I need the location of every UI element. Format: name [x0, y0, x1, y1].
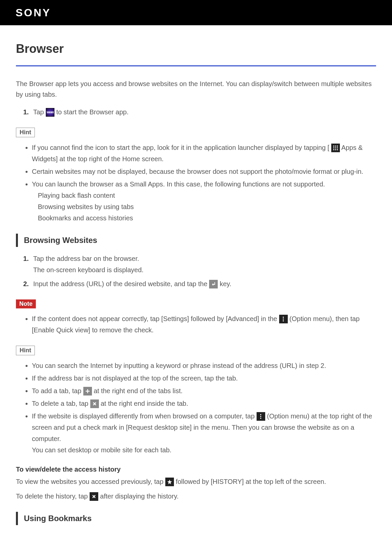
- svg-rect-2: [337, 146, 338, 147]
- history-p1: To view the websites you accessed previo…: [16, 476, 376, 487]
- line: The on-screen keyboard is displayed.: [33, 264, 376, 276]
- text: To delete the history, tap: [16, 493, 90, 500]
- sub: Browsing websites by using tabs: [32, 201, 376, 212]
- hint2-item: To add a tab, tap at the right end of th…: [32, 385, 376, 396]
- plus-icon: [83, 387, 92, 395]
- sony-logo: SONY: [16, 7, 51, 19]
- main-content: Browser The Browser app lets you access …: [0, 25, 392, 544]
- step-number: 1.: [23, 253, 33, 276]
- svg-rect-6: [333, 149, 334, 150]
- hint2-item: To delete a tab, tap at the right end in…: [32, 398, 376, 409]
- svg-rect-13: [260, 416, 261, 417]
- text: To delete a tab, tap: [32, 400, 90, 407]
- text: To add a tab, tap: [32, 387, 83, 394]
- www-icon: www: [46, 108, 54, 117]
- hint1-item: You can launch the browser as a Small Ap…: [32, 178, 376, 224]
- text: To view the websites you accessed previo…: [16, 478, 165, 485]
- note1-list: If the content does not appear correctly…: [16, 313, 376, 336]
- svg-rect-0: [333, 146, 334, 147]
- step-1: 1. Tap www to start the Browser app.: [23, 106, 376, 118]
- page-title: Browser: [16, 42, 376, 56]
- svg-rect-12: [260, 414, 261, 415]
- note-badge: Note: [16, 299, 36, 308]
- sub: Bookmarks and access histories: [32, 212, 376, 224]
- section-browsing-websites: Browsing Websites: [16, 234, 376, 247]
- sub: You can set desktop or mobile site for e…: [32, 444, 376, 456]
- start-steps: 1. Tap www to start the Browser app.: [16, 106, 376, 118]
- text: after displaying the history.: [100, 493, 179, 500]
- svg-rect-1: [335, 146, 336, 147]
- svg-rect-3: [333, 147, 334, 148]
- intro-text: The Browser app lets you access and brow…: [16, 78, 376, 100]
- history-p2: To delete the history, tap after display…: [16, 491, 376, 502]
- step-number: 2.: [23, 278, 33, 289]
- svg-rect-8: [337, 149, 338, 150]
- text: key.: [220, 280, 231, 287]
- note1-item: If the content does not appear correctly…: [32, 313, 376, 336]
- history-heading: To view/delete the access history: [16, 466, 376, 473]
- enter-key-icon: [209, 280, 218, 288]
- hint2-list: You can search the Internet by inputting…: [16, 360, 376, 456]
- apps-grid-icon: [331, 144, 340, 152]
- svg-rect-7: [335, 149, 336, 150]
- step-body: Input the address (URL) of the desired w…: [33, 278, 376, 289]
- text: If you cannot find the icon to start the…: [32, 144, 329, 151]
- step-text-pre: Tap: [33, 108, 46, 116]
- svg-rect-4: [335, 147, 336, 148]
- step-body: Tap the address bar on the browser. The …: [33, 253, 376, 276]
- step: 2. Input the address (URL) of the desire…: [23, 278, 376, 289]
- text: Input the address (URL) of the desired w…: [33, 280, 209, 287]
- hint-badge: Hint: [16, 128, 35, 137]
- hint2-item: If the website is displayed differently …: [32, 410, 376, 456]
- hint1-item: If you cannot find the icon to start the…: [32, 142, 376, 165]
- close-tab-icon: [90, 399, 99, 408]
- svg-rect-9: [283, 317, 284, 318]
- text: You can launch the browser as a Small Ap…: [32, 180, 325, 188]
- text: If the content does not appear correctly…: [32, 315, 279, 322]
- option-menu-icon: [279, 315, 288, 323]
- option-menu-icon: [257, 412, 265, 421]
- svg-rect-5: [337, 147, 338, 148]
- text: followed by [HISTORY] at the top left of…: [176, 478, 326, 485]
- text: at the right end inside the tab.: [101, 400, 188, 407]
- hint1-list: If you cannot find the icon to start the…: [16, 142, 376, 224]
- hint-badge: Hint: [16, 346, 35, 355]
- line: Tap the address bar on the browser.: [33, 253, 376, 264]
- delete-history-icon: [90, 492, 98, 501]
- svg-rect-14: [260, 418, 261, 419]
- header-bar: SONY: [0, 0, 392, 25]
- hint2-item: You can search the Internet by inputting…: [32, 360, 376, 371]
- hint1-item: Certain websites may not be displayed, b…: [32, 166, 376, 177]
- step: 1. Tap the address bar on the browser. T…: [23, 253, 376, 276]
- browsing-steps: 1. Tap the address bar on the browser. T…: [16, 253, 376, 289]
- hint2-item: If the address bar is not displayed at t…: [32, 373, 376, 384]
- text: If the website is displayed differently …: [32, 412, 257, 420]
- step-text-post: to start the Browser app.: [56, 108, 128, 116]
- title-underline: [16, 65, 376, 66]
- sub: Playing back flash content: [32, 190, 376, 201]
- step-body: Tap www to start the Browser app.: [33, 106, 376, 118]
- svg-rect-11: [283, 320, 284, 321]
- text: at the right end of the tabs list.: [94, 387, 183, 394]
- svg-rect-10: [283, 318, 284, 319]
- bookmark-star-icon: [165, 478, 174, 486]
- section-using-bookmarks: Using Bookmarks: [16, 512, 376, 525]
- step-number: 1.: [23, 106, 33, 118]
